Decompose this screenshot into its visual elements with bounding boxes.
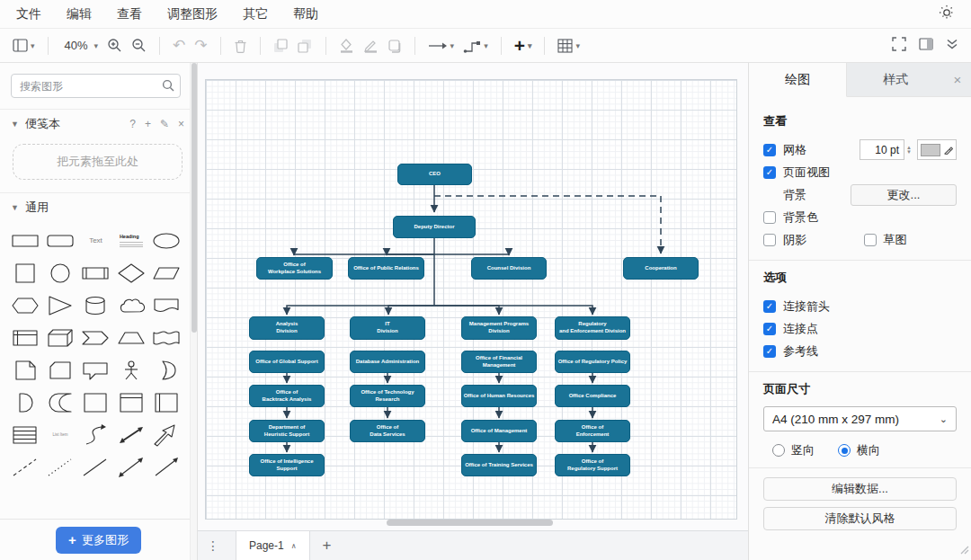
connection-arrow-button[interactable]: ▾ <box>428 41 455 50</box>
org-node[interactable]: Cooperation <box>623 257 699 280</box>
shape-cube[interactable] <box>42 324 77 351</box>
shape-cloud[interactable] <box>113 292 148 318</box>
format-panel-toggle[interactable] <box>919 38 933 54</box>
shape-diamond[interactable] <box>113 260 148 286</box>
menu-extras[interactable]: 其它 <box>243 6 268 22</box>
shape-callout[interactable] <box>78 357 113 383</box>
shape-container[interactable] <box>78 389 113 415</box>
menu-edit[interactable]: 编辑 <box>67 6 92 22</box>
insert-button[interactable]: + ▾ <box>514 35 532 57</box>
collapse-toolbar-button[interactable] <box>946 38 958 54</box>
org-node[interactable]: Office of Management <box>461 420 537 442</box>
org-node[interactable]: Analysis Division <box>249 316 325 340</box>
panel-close-icon[interactable]: × <box>944 63 971 96</box>
menu-arrange[interactable]: 调整图形 <box>167 6 218 22</box>
shape-rectangle[interactable] <box>7 227 42 253</box>
landscape-radio[interactable]: 横向 <box>838 442 880 458</box>
shape-directional-connector[interactable] <box>149 454 184 480</box>
connection-points-checkbox[interactable]: ✓ <box>763 323 776 335</box>
shape-hexagon[interactable] <box>7 292 42 318</box>
org-node[interactable]: Office of Workplace Solutions <box>256 257 333 280</box>
grid-size-stepper[interactable]: ▲▼ <box>906 146 912 155</box>
background-color-checkbox[interactable] <box>763 211 776 224</box>
org-node[interactable]: Office of Regulatory Policy <box>555 351 630 373</box>
shape-bidirectional-connector[interactable] <box>113 454 148 480</box>
zoom-in-button[interactable] <box>107 38 122 53</box>
shape-arrow[interactable] <box>149 422 184 448</box>
shape-note[interactable] <box>7 357 42 383</box>
to-front-button[interactable] <box>273 39 289 53</box>
fullscreen-button[interactable] <box>892 37 906 55</box>
org-node[interactable]: Office of Data Services <box>350 420 425 442</box>
page-size-select[interactable]: A4 (210 mm x 297 mm) ⌄ <box>763 406 957 431</box>
redo-button[interactable]: ↷ <box>194 36 207 55</box>
sidebar-scrollbar[interactable] <box>190 63 197 560</box>
org-node[interactable]: CEO <box>397 164 472 185</box>
shape-list[interactable] <box>7 422 42 448</box>
org-node[interactable]: Office Compliance <box>555 385 630 407</box>
org-node[interactable]: IT Division <box>350 316 425 340</box>
window-resize-handle[interactable] <box>958 542 969 558</box>
undo-button[interactable]: ↶ <box>173 36 185 55</box>
shape-bidirectional-arrow[interactable] <box>113 422 148 448</box>
org-node[interactable]: Office of Human Resources <box>461 385 537 407</box>
shape-data-storage[interactable] <box>42 389 77 415</box>
fill-color-button[interactable] <box>339 39 354 53</box>
org-node[interactable]: Deputy Director <box>393 216 476 238</box>
grid-checkbox[interactable]: ✓ <box>763 144 776 156</box>
shadow-checkbox[interactable] <box>763 234 776 246</box>
change-background-button[interactable]: 更改... <box>851 184 957 206</box>
zoom-level-dropdown[interactable]: 40% ▾ <box>61 39 99 52</box>
org-node[interactable]: Regulatory and Enforcement Division <box>555 316 630 340</box>
shape-circle[interactable] <box>42 260 77 286</box>
shape-or[interactable] <box>149 357 184 383</box>
add-page-button[interactable]: + <box>323 537 332 555</box>
shape-triangle[interactable] <box>42 292 77 318</box>
shape-line[interactable] <box>78 454 113 480</box>
shape-dashed-line[interactable] <box>7 454 42 480</box>
edit-data-button[interactable]: 编辑数据... <box>763 477 957 501</box>
shape-dotted-line[interactable] <box>42 454 77 480</box>
page-view-checkbox[interactable]: ✓ <box>763 166 776 179</box>
page-tab[interactable]: Page-1 ∧ <box>236 531 310 560</box>
shadow-button[interactable] <box>388 39 402 53</box>
scratchpad-help-icon[interactable]: ? <box>129 118 136 130</box>
scratchpad-close-icon[interactable]: × <box>178 118 184 130</box>
to-back-button[interactable] <box>298 39 313 53</box>
grid-size-input[interactable]: 10 pt <box>860 139 904 160</box>
pages-menu-icon[interactable]: ⋮ <box>198 538 228 553</box>
tab-diagram[interactable]: 绘图 <box>749 63 847 97</box>
table-button[interactable]: ▾ <box>557 39 580 53</box>
org-node[interactable]: Office of Intelligence Support <box>249 454 325 476</box>
shape-parallelogram[interactable] <box>149 260 184 286</box>
shape-text[interactable]: Text <box>78 227 113 253</box>
clear-default-style-button[interactable]: 清除默认风格 <box>763 507 957 530</box>
org-node[interactable]: Office of Financial Management <box>461 351 537 373</box>
shape-container-bar[interactable] <box>149 389 184 415</box>
shape-curve[interactable] <box>78 422 113 448</box>
menu-help[interactable]: 帮助 <box>293 6 318 22</box>
shape-tape[interactable] <box>149 324 184 351</box>
view-panel-button[interactable]: ▾ <box>13 39 35 52</box>
menu-file[interactable]: 文件 <box>16 6 41 22</box>
shape-trapezoid[interactable] <box>113 324 148 351</box>
guides-checkbox[interactable]: ✓ <box>763 345 776 358</box>
more-shapes-button[interactable]: + 更多图形 <box>56 527 141 554</box>
shape-square[interactable] <box>7 260 42 286</box>
scratchpad-add-icon[interactable]: + <box>145 118 151 130</box>
diagram-canvas[interactable]: CEODeputy DirectorOffice of Workplace So… <box>198 63 748 530</box>
shape-step[interactable] <box>78 324 113 351</box>
org-node[interactable]: Office of Backtrack Analysis <box>249 385 325 407</box>
scratchpad-drop-area[interactable]: 把元素拖至此处 <box>13 144 183 180</box>
shape-actor[interactable] <box>113 357 148 383</box>
org-node[interactable]: Office of Training Services <box>461 454 537 476</box>
shape-card[interactable] <box>42 357 77 383</box>
shape-heading[interactable]: Heading <box>113 227 148 253</box>
grid-color-button[interactable] <box>917 139 957 160</box>
shape-list-item[interactable]: List Item <box>42 422 77 448</box>
waypoint-connector-button[interactable]: ▾ <box>463 39 488 53</box>
org-node[interactable]: Department of Heuristic Support <box>249 420 325 442</box>
general-section-header[interactable]: ▼ 通用 <box>0 193 197 222</box>
portrait-radio[interactable]: 竖向 <box>772 442 815 458</box>
theme-sun-icon[interactable] <box>939 4 955 23</box>
